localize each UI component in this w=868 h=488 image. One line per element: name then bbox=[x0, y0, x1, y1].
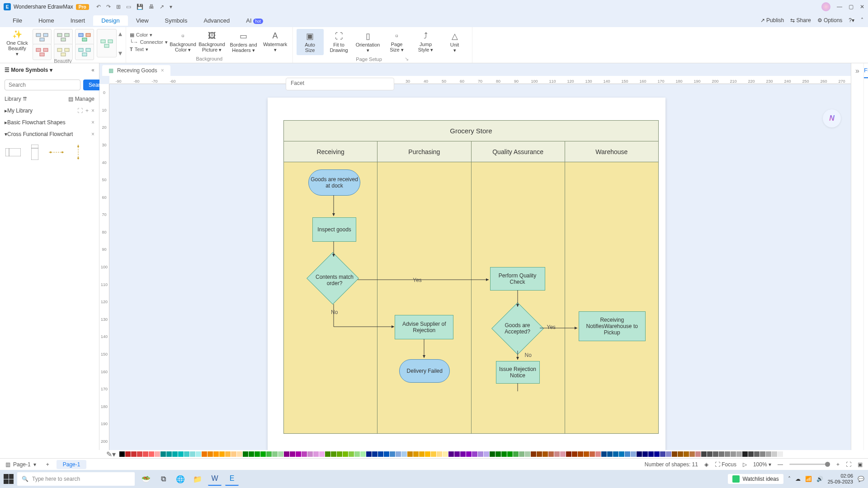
color-swatch[interactable] bbox=[678, 451, 683, 457]
color-swatch[interactable] bbox=[396, 451, 401, 457]
color-swatch[interactable] bbox=[249, 451, 254, 457]
help-button[interactable]: ?▾ bbox=[849, 17, 854, 23]
shape-inspect-goods[interactable]: Inspect goods bbox=[312, 217, 356, 242]
menu-view[interactable]: View bbox=[128, 15, 157, 26]
color-swatch[interactable] bbox=[296, 451, 301, 457]
color-swatch[interactable] bbox=[255, 451, 260, 457]
theme-preset-6[interactable] bbox=[75, 44, 94, 60]
lib-expand-icon[interactable]: ⛶ bbox=[77, 108, 83, 114]
color-swatch[interactable] bbox=[619, 451, 624, 457]
menu-file[interactable]: File bbox=[5, 15, 30, 26]
color-swatch[interactable] bbox=[213, 451, 219, 457]
tray-chevron[interactable]: ˄ bbox=[788, 476, 791, 482]
tray-notifications[interactable]: 💬 bbox=[858, 476, 864, 482]
swimlane-title[interactable]: Grocery Store bbox=[284, 121, 658, 141]
color-swatch[interactable] bbox=[160, 451, 166, 457]
color-swatch[interactable] bbox=[648, 451, 654, 457]
shape-quality-check[interactable]: Perform Quality Check bbox=[490, 267, 545, 291]
watchlist-widget[interactable]: Watchlist ideas bbox=[728, 474, 783, 484]
shape-delivery-failed[interactable]: Delivery Failed bbox=[399, 359, 450, 383]
color-swatch[interactable] bbox=[513, 451, 519, 457]
color-swatch[interactable] bbox=[584, 451, 589, 457]
color-swatch[interactable] bbox=[507, 451, 513, 457]
color-swatch[interactable] bbox=[731, 451, 736, 457]
color-swatch[interactable] bbox=[354, 451, 360, 457]
ai-assistant-button[interactable]: N bbox=[823, 109, 841, 127]
theme-preset-2[interactable] bbox=[54, 29, 73, 45]
taskbar-explorer[interactable]: 📁 bbox=[191, 472, 204, 486]
color-swatch[interactable] bbox=[143, 451, 148, 457]
color-swatch[interactable] bbox=[155, 451, 160, 457]
color-swatch[interactable] bbox=[707, 451, 712, 457]
theme-preset-7[interactable] bbox=[97, 29, 117, 57]
manage-library-button[interactable]: ▤ Manage bbox=[68, 96, 94, 102]
color-swatch[interactable] bbox=[448, 451, 454, 457]
shape-goods-received[interactable]: Goods are received at dock bbox=[308, 169, 360, 196]
color-swatch[interactable] bbox=[501, 451, 507, 457]
color-swatch[interactable] bbox=[672, 451, 677, 457]
color-swatch[interactable] bbox=[125, 451, 131, 457]
taskbar-taskview[interactable]: ⧉ bbox=[156, 472, 170, 486]
qat-more[interactable]: ▾ bbox=[170, 4, 172, 10]
library-cross-functional[interactable]: ▾ Cross Functional Flowchart× bbox=[0, 128, 99, 140]
canvas[interactable]: N Grocery Store Receiving Purchasing Qua… bbox=[109, 84, 851, 450]
symbol-search-input[interactable] bbox=[5, 80, 80, 90]
color-swatch[interactable] bbox=[601, 451, 607, 457]
color-swatch[interactable] bbox=[725, 451, 730, 457]
lane-header-purchasing[interactable]: Purchasing bbox=[377, 141, 471, 162]
color-swatch[interactable] bbox=[742, 451, 748, 457]
unit-button[interactable]: △Unit▾ bbox=[441, 29, 468, 55]
lib-close-icon[interactable]: × bbox=[91, 131, 94, 137]
color-swatch[interactable] bbox=[208, 451, 213, 457]
color-swatch[interactable] bbox=[572, 451, 577, 457]
color-swatch[interactable] bbox=[266, 451, 272, 457]
color-swatch[interactable] bbox=[719, 451, 724, 457]
layers-icon[interactable]: ◈ bbox=[704, 461, 708, 468]
color-swatch[interactable] bbox=[407, 451, 413, 457]
theme-scroll-up[interactable]: ▴ bbox=[118, 29, 122, 38]
color-swatch[interactable] bbox=[519, 451, 524, 457]
color-swatch[interactable] bbox=[590, 451, 595, 457]
add-page-button[interactable]: + bbox=[42, 461, 54, 468]
color-swatch[interactable] bbox=[613, 451, 618, 457]
page-size-button[interactable]: ▫PageSize ▾ bbox=[383, 29, 410, 55]
options-button[interactable]: ⚙ Options bbox=[817, 17, 843, 23]
color-swatch[interactable] bbox=[766, 451, 771, 457]
lane-header-receiving[interactable]: Receiving bbox=[284, 141, 377, 162]
color-swatch[interactable] bbox=[260, 451, 266, 457]
tray-volume-icon[interactable]: 🔊 bbox=[816, 476, 823, 482]
document-tab[interactable]: ▦Receving Goods× bbox=[102, 65, 170, 76]
color-swatch[interactable] bbox=[307, 451, 313, 457]
color-swatch[interactable] bbox=[736, 451, 742, 457]
color-swatch[interactable] bbox=[443, 451, 448, 457]
color-swatch[interactable] bbox=[778, 451, 783, 457]
color-swatch[interactable] bbox=[531, 451, 536, 457]
color-swatch[interactable] bbox=[472, 451, 477, 457]
color-swatch[interactable] bbox=[607, 451, 613, 457]
shape-separator-h[interactable] bbox=[48, 144, 65, 161]
export-button[interactable]: ↗ bbox=[160, 4, 164, 10]
color-swatch[interactable] bbox=[637, 451, 642, 457]
fit-to-drawing-button[interactable]: ⛶Fit toDrawing bbox=[326, 29, 353, 55]
auto-size-button[interactable]: ▣AutoSize bbox=[297, 29, 324, 55]
menu-symbols[interactable]: Symbols bbox=[157, 15, 196, 26]
undo-button[interactable]: ↶ bbox=[96, 4, 101, 10]
color-swatch[interactable] bbox=[401, 451, 407, 457]
color-swatch[interactable] bbox=[666, 451, 671, 457]
one-click-beautify-button[interactable]: ✨ One ClickBeautify▾ bbox=[4, 30, 31, 56]
menu-insert[interactable]: Insert bbox=[62, 15, 94, 26]
theme-preset-3[interactable] bbox=[75, 29, 94, 45]
color-swatch[interactable] bbox=[701, 451, 707, 457]
shape-horizontal-swimlane[interactable] bbox=[5, 144, 22, 161]
color-swatch[interactable] bbox=[537, 451, 542, 457]
color-swatch[interactable] bbox=[225, 451, 231, 457]
color-swatch[interactable] bbox=[484, 451, 489, 457]
color-swatch[interactable] bbox=[713, 451, 718, 457]
color-swatch[interactable] bbox=[478, 451, 483, 457]
lib-add-icon[interactable]: + bbox=[85, 108, 89, 114]
zoom-slider[interactable] bbox=[789, 464, 830, 465]
fullscreen-button[interactable]: ▣ bbox=[858, 461, 863, 468]
color-swatch[interactable] bbox=[425, 451, 430, 457]
library-label[interactable]: Library ⇈ bbox=[5, 96, 27, 102]
library-my-library[interactable]: ▸ My Library⛶+× bbox=[0, 105, 99, 117]
